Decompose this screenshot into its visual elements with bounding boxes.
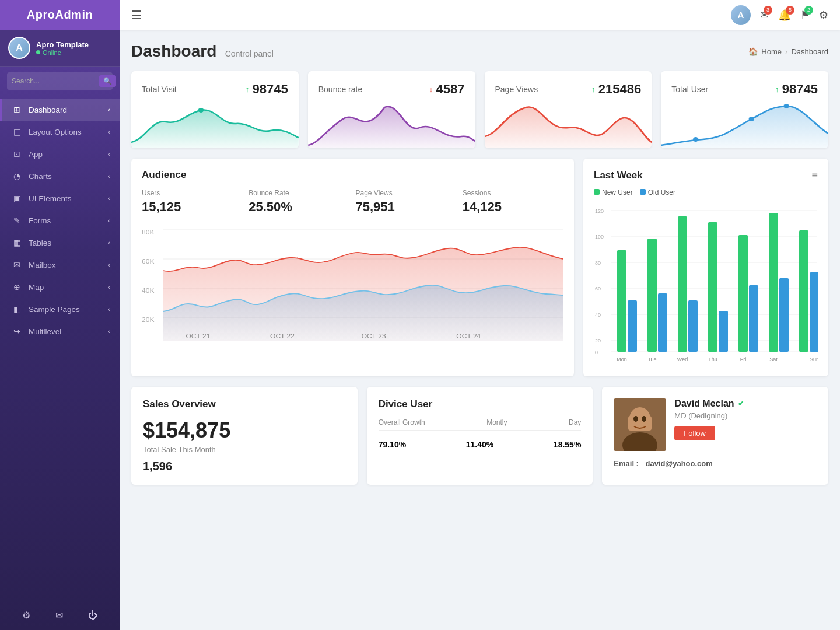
svg-text:Sat: Sat [769, 356, 778, 362]
page-title: Dashboard [131, 42, 216, 60]
sidebar-item-map[interactable]: ⊕ Map ‹ [0, 276, 120, 298]
profile-image [614, 398, 666, 451]
row3: Sales Overview $154,875 Total Sale This … [131, 387, 828, 485]
nav-label-layout: Layout Options [29, 128, 82, 136]
chevron-icon: ‹ [108, 150, 110, 158]
breadcrumb-home[interactable]: Home [761, 47, 782, 56]
aud-value-bounce: 25.50% [249, 200, 349, 215]
svg-text:20K: 20K [142, 317, 155, 323]
follow-button[interactable]: Follow [674, 426, 715, 440]
dashboard-icon: ⊞ [11, 105, 23, 114]
stat-value-pageviews: ↑ 215486 [592, 82, 641, 97]
layout-icon: ◫ [11, 127, 23, 136]
olduser-legend-label: Old User [648, 188, 676, 197]
svg-text:0: 0 [595, 349, 598, 355]
email-value: david@yahoo.com [646, 459, 713, 468]
topbar-flag-icon[interactable]: ⚑ 2 [800, 9, 810, 22]
nav-label-map: Map [29, 283, 44, 292]
sales-overview-sub: Total Sale This Month [143, 445, 346, 454]
topbar-avatar[interactable]: A [731, 5, 751, 25]
chevron-icon: ‹ [108, 195, 110, 202]
verified-icon: ✔ [738, 400, 744, 408]
tables-icon: ▦ [11, 238, 23, 247]
main-area: ☰ A ✉ 3 🔔 5 ⚑ 2 ⚙ Dashboard Control pane… [120, 0, 840, 630]
profile-role: MD (Dedigning) [674, 411, 817, 420]
stat-label-bounce: Bounce rate [318, 85, 363, 94]
bar-wed-new [678, 216, 687, 352]
svg-point-42 [642, 416, 646, 422]
sidebar: AproAdmin A Apro Template Online 🔍 ⊞ Das… [0, 0, 120, 630]
sidebar-logo: AproAdmin [0, 0, 120, 30]
chevron-icon: ‹ [108, 261, 110, 268]
olduser-legend-dot [640, 189, 646, 195]
topbar-mail-icon[interactable]: ✉ 3 [760, 9, 769, 22]
options-icon[interactable]: ≡ [811, 169, 818, 181]
sidebar-search-section: 🔍 [0, 66, 120, 96]
stat-value-bounce: ↓ 4587 [429, 82, 465, 97]
svg-text:60: 60 [595, 286, 601, 292]
device-data-row: 79.10% 11.40% 18.55% [379, 435, 582, 454]
topbar: ☰ A ✉ 3 🔔 5 ⚑ 2 ⚙ [120, 0, 840, 30]
sidebar-item-ui[interactable]: ▣ UI Elements ‹ [0, 187, 120, 209]
chevron-icon: ‹ [108, 239, 110, 246]
sidebar-item-forms[interactable]: ✎ Forms ‹ [0, 209, 120, 232]
svg-text:60K: 60K [142, 258, 155, 265]
sidebar-item-layout[interactable]: ◫ Layout Options ‹ [0, 121, 120, 143]
search-button[interactable]: 🔍 [99, 75, 116, 87]
stat-card-pageviews: Page Views ↑ 215486 [485, 71, 652, 148]
page-subtitle: Control panel [225, 49, 274, 58]
sidebar-item-sample[interactable]: ◧ Sample Pages ‹ [0, 298, 120, 320]
device-user-card: Divice User Overall Growth Montly Day 79… [367, 387, 593, 485]
search-input[interactable] [12, 77, 99, 85]
user-info: Apro Template Online [36, 40, 89, 56]
topbar-notification-icon[interactable]: 🔔 5 [778, 9, 791, 22]
sidebar-item-mailbox[interactable]: ✉ Mailbox ‹ [0, 254, 120, 276]
chevron-icon: ‹ [108, 106, 110, 113]
sidebar-item-dashboard[interactable]: ⊞ Dashboard ‹ [0, 99, 120, 121]
sidebar-item-tables[interactable]: ▦ Tables ‹ [0, 232, 120, 254]
bar-mon-old [628, 300, 637, 352]
settings-icon[interactable]: ⚙ [22, 610, 30, 621]
menu-toggle-icon[interactable]: ☰ [131, 8, 142, 22]
aud-value-pageviews: 75,951 [356, 200, 457, 215]
email-label: Email : [614, 459, 639, 468]
stat-chart-pageviews [485, 102, 652, 148]
sidebar-item-multilevel[interactable]: ↪ Multilevel ‹ [0, 320, 120, 342]
sidebar-item-charts[interactable]: ◔ Charts ‹ [0, 165, 120, 187]
stat-label-totaluser: Total User [671, 85, 708, 94]
breadcrumb-separator: › [785, 47, 788, 56]
device-val-monthly: 11.40% [466, 440, 494, 449]
svg-point-0 [198, 108, 204, 113]
arrow-up-icon: ↑ [775, 85, 779, 94]
nav-label-dashboard: Dashboard [29, 106, 67, 114]
mail-icon[interactable]: ✉ [55, 610, 63, 621]
power-icon[interactable]: ⏻ [88, 610, 97, 621]
stat-label-pageviews: Page Views [495, 85, 538, 94]
nav-label-forms: Forms [29, 216, 51, 225]
newuser-legend-dot [594, 189, 600, 195]
sidebar-nav: ⊞ Dashboard ‹ ◫ Layout Options ‹ ⊡ App ‹… [0, 96, 120, 600]
aud-sessions: Sessions 14,125 [463, 189, 564, 215]
breadcrumb: 🏠 Home › Dashboard [748, 47, 828, 56]
svg-text:Wed: Wed [677, 356, 688, 362]
row2: Audience Users 15,125 Bounce Rate 25.50%… [131, 159, 828, 376]
bar-fri-new [738, 235, 748, 352]
nav-label-ui: UI Elements [29, 194, 72, 203]
nav-label-app: App [29, 150, 43, 159]
chevron-icon: ‹ [108, 217, 110, 224]
device-val-growth: 79.10% [379, 440, 406, 449]
sales-overview-title: Sales Overview [143, 398, 346, 410]
chevron-icon: ‹ [108, 306, 110, 313]
page-title-group: Dashboard Control panel [131, 42, 274, 61]
stat-cards-grid: Total Visit ↑ 98745 [131, 71, 828, 148]
map-icon: ⊕ [11, 282, 23, 292]
sidebar-item-app[interactable]: ⊡ App ‹ [0, 143, 120, 165]
bar-chart: 120 100 80 60 40 20 0 [594, 202, 818, 366]
newuser-legend-label: New User [602, 188, 633, 197]
svg-text:OCT 22: OCT 22 [270, 333, 295, 340]
svg-text:120: 120 [595, 208, 604, 214]
bar-thu-old [719, 311, 728, 352]
topbar-settings-icon[interactable]: ⚙ [819, 9, 828, 22]
sales-overview-card: Sales Overview $154,875 Total Sale This … [131, 387, 358, 485]
audience-card: Audience Users 15,125 Bounce Rate 25.50%… [131, 159, 574, 376]
